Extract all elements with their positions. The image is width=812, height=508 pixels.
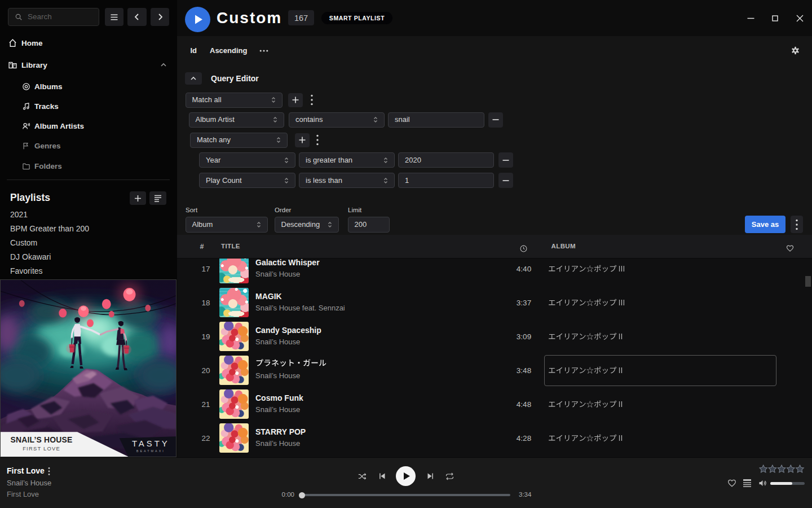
svg-text:SNAIL’S HOUSE: SNAIL’S HOUSE: [11, 435, 73, 444]
svg-text:TASTY: TASTY: [132, 439, 170, 448]
svg-text:FIRST LOVE: FIRST LOVE: [23, 445, 60, 452]
svg-text:BEATMAXI: BEATMAXI: [136, 449, 165, 453]
